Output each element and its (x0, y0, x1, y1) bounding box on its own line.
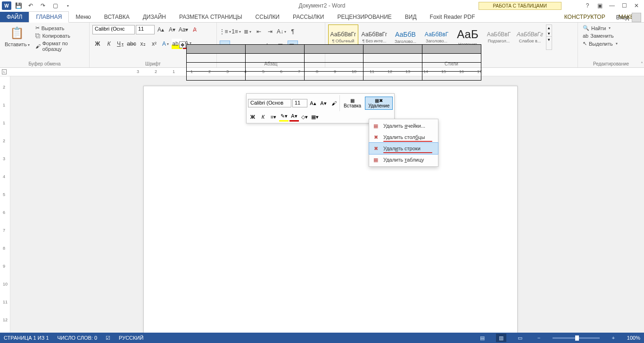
undo-icon[interactable]: ↶ (25, 0, 36, 11)
paste-button[interactable]: 📋 Вставить (3, 24, 32, 48)
outdent-icon[interactable]: ⇤ (254, 26, 264, 37)
save-icon[interactable]: 💾 (13, 0, 24, 11)
change-case-icon[interactable]: Aa▾ (178, 24, 189, 35)
tab-references[interactable]: ССЫЛКИ (249, 12, 286, 22)
mini-insert-button[interactable]: ▦Вставка (341, 97, 364, 109)
font-size-select[interactable]: 11 (136, 25, 155, 34)
redo-icon[interactable]: ↷ (38, 0, 48, 11)
print-layout-icon[interactable]: ▥ (496, 334, 506, 342)
delete-columns-icon: ✖ (372, 133, 380, 141)
mini-pen-color-icon[interactable]: ✎▾ (279, 112, 289, 122)
mini-font-select[interactable]: Calibri (Основ (248, 99, 291, 107)
mini-italic-button[interactable]: К (258, 112, 268, 122)
clear-format-icon[interactable]: A̷ (190, 24, 200, 35)
tab-page-layout[interactable]: РАЗМЕТКА СТРАНИЦЫ (173, 12, 249, 22)
sign-in[interactable]: Вход (616, 13, 641, 22)
tab-file[interactable]: ФАЙЛ (0, 12, 29, 22)
close-icon[interactable]: ✕ (631, 1, 642, 10)
table-row[interactable] (187, 63, 481, 72)
table-row[interactable] (187, 54, 481, 63)
vertical-ruler[interactable]: 2112345678910111213 (0, 76, 10, 333)
replace-button[interactable]: abЗаменить (581, 33, 619, 39)
format-painter-button[interactable]: 🖌Формат по образцу (33, 40, 86, 52)
mini-border-style-icon[interactable]: ≡▾ (269, 112, 278, 122)
mini-shrink-font-icon[interactable]: A▾ (319, 98, 328, 108)
mini-font-color-icon[interactable]: A▾ (289, 112, 299, 122)
sort-icon[interactable]: A↓ (276, 26, 287, 37)
tab-design[interactable]: ДИЗАЙН (136, 12, 173, 22)
bold-button[interactable]: Ж (92, 39, 103, 49)
zoom-out-icon[interactable]: − (534, 334, 544, 342)
zoom-thumb[interactable] (575, 335, 579, 341)
status-words[interactable]: ЧИСЛО СЛОВ: 0 (58, 335, 98, 341)
tab-home[interactable]: ГЛАВНАЯ (29, 11, 69, 23)
zoom-in-icon[interactable]: + (608, 334, 619, 342)
ruler-tick: 8 (3, 246, 5, 251)
styles-more-icon[interactable]: ▴▾▾ (546, 24, 552, 50)
status-proof-icon[interactable]: ☑ (106, 335, 110, 341)
mini-format-painter-icon[interactable]: 🖌 (329, 98, 339, 108)
ribbon-display-icon[interactable]: ▣ (594, 1, 605, 10)
zoom-level[interactable]: 100% (627, 335, 640, 341)
tab-menu[interactable]: Меню (69, 12, 97, 22)
zoom-slider[interactable] (553, 337, 600, 339)
bullets-icon[interactable]: ⋮≡ (220, 26, 230, 37)
font-name-select[interactable]: Calibri (Оснс (92, 25, 135, 34)
mini-size-select[interactable]: 11 (292, 99, 307, 107)
tab-selector-icon[interactable]: L (2, 69, 7, 74)
italic-button[interactable]: К (104, 39, 114, 49)
select-button[interactable]: ↖Выделить (581, 40, 619, 47)
tab-review[interactable]: РЕЦЕНЗИРОВАНИЕ (330, 12, 398, 22)
table-move-handle[interactable]: ✥ (179, 41, 186, 48)
tab-insert[interactable]: ВСТАВКА (98, 12, 136, 22)
web-layout-icon[interactable]: ▭ (515, 334, 525, 342)
strike-button[interactable]: abc (126, 39, 137, 49)
copy-button[interactable]: ⿻Копировать (33, 33, 86, 39)
new-doc-icon[interactable]: ▢ (50, 0, 60, 11)
cut-button[interactable]: ✂Вырезать (33, 24, 86, 32)
ruler-tick: 10 (3, 282, 8, 286)
multilevel-icon[interactable]: ≣ (242, 26, 253, 37)
ruler-tick: 7 (3, 228, 5, 233)
copy-icon: ⿻ (35, 33, 41, 39)
minimize-icon[interactable]: — (606, 1, 618, 10)
qat-customize-icon[interactable] (62, 0, 73, 11)
menu-delete-table[interactable]: ▦ Удалить таблицу (369, 154, 438, 165)
copy-label: Копировать (42, 33, 70, 39)
tab-view[interactable]: ВИД (398, 12, 423, 22)
mini-bold-button[interactable]: Ж (248, 112, 257, 122)
status-page[interactable]: СТРАНИЦА 1 ИЗ 1 (4, 335, 49, 341)
shrink-font-icon[interactable]: A▾ (167, 24, 177, 35)
mini-borders-icon[interactable]: ▦▾ (310, 112, 320, 122)
document-table[interactable] (186, 44, 481, 81)
tab-tool-design[interactable]: КОНСТРУКТОР (558, 12, 612, 22)
cursor-icon: ↖ (583, 41, 587, 47)
mini-grow-font-icon[interactable]: A▴ (308, 98, 318, 108)
read-mode-icon[interactable]: ▤ (477, 334, 487, 342)
style-subtitle[interactable]: АаБбВвГПодзагол... (484, 24, 514, 50)
maximize-icon[interactable]: ☐ (619, 1, 630, 10)
table-row[interactable] (187, 72, 481, 81)
superscript-icon[interactable]: x² (149, 39, 159, 49)
numbering-icon[interactable]: 1≡ (231, 26, 241, 37)
tab-foxit[interactable]: Foxit Reader PDF (423, 12, 482, 22)
status-language[interactable]: РУССКИЙ (119, 335, 143, 341)
show-marks-icon[interactable]: ¶ (288, 26, 298, 37)
find-button[interactable]: 🔍Найти (581, 24, 619, 32)
grow-font-icon[interactable]: A▴ (156, 24, 166, 35)
menu-delete-columns[interactable]: ✖ Удалить столбцы (369, 131, 438, 143)
style-subtle[interactable]: АаБбВвГгСлабое в... (515, 24, 545, 50)
help-icon[interactable]: ? (582, 1, 593, 10)
underline-button[interactable]: Ч (115, 39, 125, 49)
annotation-underline (383, 141, 432, 142)
text-effects-icon[interactable]: A (160, 39, 171, 49)
tab-mailings[interactable]: РАССЫЛКИ (286, 12, 330, 22)
mini-delete-button[interactable]: ▦✖Удаление (365, 97, 393, 110)
indent-icon[interactable]: ⇥ (265, 26, 275, 37)
menu-delete-cells[interactable]: ▦ Удалить ячейки... (369, 120, 438, 131)
mini-shading-icon[interactable]: ◇▾ (300, 112, 309, 122)
table-row[interactable] (187, 45, 481, 54)
menu-delete-rows[interactable]: ✖ Удалить строки (369, 143, 438, 154)
collapse-ribbon-icon[interactable]: ˄ (641, 61, 643, 66)
subscript-icon[interactable]: x₂ (138, 39, 148, 49)
